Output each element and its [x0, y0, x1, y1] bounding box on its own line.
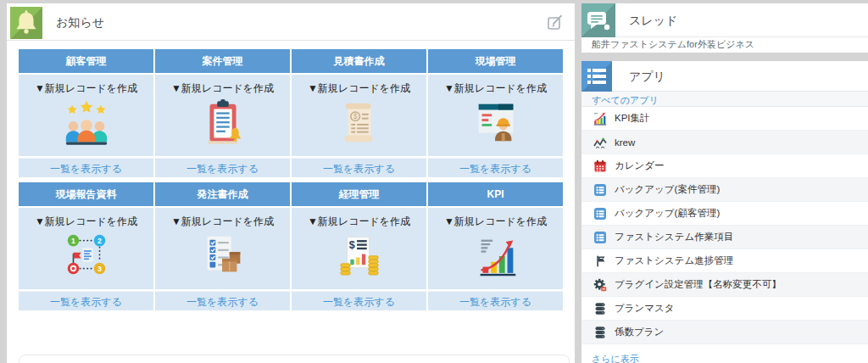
- order-checklist-icon: [197, 230, 249, 282]
- notice-panel: お知らせ 顧客管理 ▼新規レコードを作成 一覧を表示する: [7, 3, 575, 363]
- tile-body: ▼新規レコードを作成: [155, 208, 290, 289]
- progress-flag-icon: [593, 254, 607, 268]
- svg-text:$: $: [353, 112, 357, 120]
- database-icon: [593, 302, 607, 316]
- site-worker-icon: [470, 97, 522, 149]
- show-list-link[interactable]: 一覧を表示する: [50, 296, 122, 308]
- kpi-growth-icon: [470, 230, 522, 282]
- notice-title: お知らせ: [56, 3, 104, 41]
- notice-tile-board: 顧客管理 ▼新規レコードを作成 一覧を表示する 案件管理 ▼新規レコードを作成: [19, 49, 563, 316]
- thread-panel: スレッド 船井ファストシステムfor外装ビジネス: [581, 3, 868, 53]
- app-item-label: バックアップ(顧客管理): [615, 207, 720, 220]
- app-item[interactable]: krew: [581, 131, 868, 154]
- app-item-label: ファストシステム進捗管理: [615, 254, 733, 267]
- tile-footer: 一覧を表示する: [19, 158, 153, 177]
- list-app-icon: [593, 183, 607, 197]
- quote-document-icon: $: [333, 97, 386, 149]
- show-list-link[interactable]: 一覧を表示する: [459, 163, 531, 175]
- notice-panel-header: お知らせ: [7, 3, 575, 41]
- tile-title: 経理管理: [292, 182, 426, 206]
- svg-text:1: 1: [71, 237, 75, 245]
- app-item-label: バックアップ(案件管理): [615, 183, 720, 196]
- show-list-link[interactable]: 一覧を表示する: [186, 163, 259, 175]
- customers-icon: [60, 97, 113, 149]
- show-list-link[interactable]: 一覧を表示する: [323, 163, 395, 175]
- show-list-link[interactable]: 一覧を表示する: [459, 296, 531, 308]
- create-record-link[interactable]: ▼新規レコードを作成: [171, 215, 274, 229]
- all-apps-row: すべてのアプリ: [581, 92, 868, 107]
- svg-text:2: 2: [97, 237, 102, 245]
- calendar-icon: [593, 159, 607, 173]
- app-item[interactable]: ファストシステム作業項目: [581, 226, 868, 249]
- tile-customers: 顧客管理 ▼新規レコードを作成 一覧を表示する: [19, 49, 153, 177]
- tile-body: ▼新規レコードを作成 $: [292, 208, 426, 289]
- next-widget-top-edge: [19, 355, 570, 363]
- tile-body: ▼新規レコードを作成 $: [292, 75, 426, 156]
- app-item[interactable]: プラグイン設定管理【名称変更不可】: [581, 273, 868, 297]
- tile-footer: 一覧を表示する: [428, 158, 563, 177]
- app-item-label: ファストシステム作業項目: [615, 231, 733, 243]
- tile-footer: 一覧を表示する: [155, 291, 290, 310]
- tile-body: ▼新規レコードを作成 123: [19, 208, 153, 289]
- all-apps-link[interactable]: すべてのアプリ: [592, 95, 659, 105]
- tile-site-report-steps: 現場報告資料 ▼新規レコードを作成 123 一覧を表示する: [19, 182, 153, 310]
- thread-panel-header: スレッド: [581, 3, 868, 37]
- tile-title: 現場管理: [428, 49, 563, 73]
- site-report-steps-icon: 123: [60, 230, 113, 282]
- thread-title: スレッド: [629, 3, 677, 37]
- show-list-link[interactable]: 一覧を表示する: [186, 296, 259, 308]
- edit-notice-button[interactable]: [546, 13, 565, 31]
- svg-text:3: 3: [97, 265, 102, 273]
- tile-row: 顧客管理 ▼新規レコードを作成 一覧を表示する 案件管理 ▼新規レコードを作成: [19, 49, 563, 177]
- app-item[interactable]: ファストシステム進捗管理: [581, 249, 868, 273]
- tile-footer: 一覧を表示する: [155, 158, 290, 177]
- app-list: KPI集計 krew カレンダー バックアップ(案件管理) バックアップ(顧客管…: [581, 107, 868, 344]
- tile-title: KPI: [428, 182, 563, 206]
- tile-footer: 一覧を表示する: [292, 291, 426, 310]
- create-record-link[interactable]: ▼新規レコードを作成: [171, 81, 274, 96]
- tile-quote-document: 見積書作成 ▼新規レコードを作成 $ 一覧を表示する: [292, 49, 426, 177]
- tile-body: ▼新規レコードを作成: [428, 75, 563, 156]
- pencil-square-icon: [546, 13, 565, 31]
- app-item-label: カレンダー: [615, 159, 665, 172]
- app-item[interactable]: バックアップ(案件管理): [581, 178, 868, 202]
- database-icon: [593, 326, 607, 339]
- create-record-link[interactable]: ▼新規レコードを作成: [35, 81, 137, 96]
- app-item-label: krew: [615, 137, 635, 148]
- app-item[interactable]: プランマスタ: [581, 297, 868, 321]
- tile-row: 現場報告資料 ▼新規レコードを作成 123 一覧を表示する 発注書作成 ▼新規レ…: [19, 182, 563, 310]
- apps-title: アプリ: [629, 61, 665, 92]
- show-more-link[interactable]: さらに表示: [592, 354, 639, 363]
- tile-title: 見積書作成: [292, 49, 426, 73]
- app-item[interactable]: 係数プラン: [581, 321, 868, 344]
- app-item[interactable]: KPI集計: [581, 107, 868, 131]
- create-record-link[interactable]: ▼新規レコードを作成: [308, 81, 410, 96]
- accounting-icon: $: [333, 230, 386, 282]
- clipboard-bell-icon: [197, 97, 249, 149]
- tile-footer: 一覧を表示する: [428, 291, 563, 310]
- tile-title: 顧客管理: [19, 49, 153, 73]
- app-item[interactable]: バックアップ(顧客管理): [581, 202, 868, 226]
- create-record-link[interactable]: ▼新規レコードを作成: [35, 215, 137, 229]
- tile-kpi-growth: KPI ▼新規レコードを作成 一覧を表示する: [428, 182, 563, 310]
- create-record-link[interactable]: ▼新規レコードを作成: [444, 81, 547, 96]
- app-item-label: 係数プラン: [615, 326, 664, 338]
- show-list-link[interactable]: 一覧を表示する: [323, 296, 395, 308]
- thread-bubble-icon: [581, 3, 615, 37]
- krew-chart-icon: [593, 136, 607, 149]
- app-item-label: KPI集計: [615, 112, 650, 125]
- tile-order-checklist: 発注書作成 ▼新規レコードを作成 一覧を表示する: [155, 182, 290, 310]
- tile-body: ▼新規レコードを作成: [19, 75, 153, 156]
- create-record-link[interactable]: ▼新規レコードを作成: [444, 215, 547, 229]
- create-record-link[interactable]: ▼新規レコードを作成: [308, 215, 410, 229]
- thread-item[interactable]: 船井ファストシステムfor外装ビジネス: [581, 37, 868, 52]
- tile-body: ▼新規レコードを作成: [428, 208, 563, 289]
- tile-title: 案件管理: [155, 49, 290, 73]
- app-item[interactable]: カレンダー: [581, 154, 868, 178]
- tile-body: ▼新規レコードを作成: [155, 75, 290, 156]
- list-app-icon: [593, 231, 607, 244]
- svg-text:$: $: [348, 239, 354, 251]
- apps-list-icon: [581, 61, 612, 92]
- kpi-sum-icon: [593, 112, 607, 126]
- show-list-link[interactable]: 一覧を表示する: [50, 163, 122, 175]
